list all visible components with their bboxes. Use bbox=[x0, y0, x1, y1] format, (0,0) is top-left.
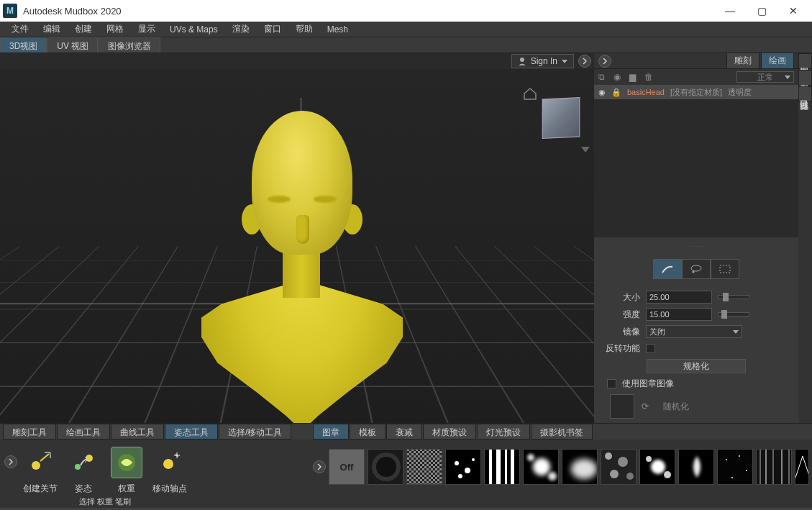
mode-lasso-button[interactable] bbox=[682, 259, 711, 279]
svg-point-2 bbox=[693, 271, 695, 273]
mirror-select[interactable]: 关闭 bbox=[646, 325, 742, 338]
viewport-header: Sign In bbox=[0, 53, 594, 69]
sidetab-objects[interactable]: 对象列表 bbox=[798, 70, 812, 86]
svg-point-16 bbox=[455, 461, 459, 465]
head-model[interactable] bbox=[209, 111, 396, 423]
folder-icon[interactable]: ▆ bbox=[629, 72, 636, 82]
stamp-item[interactable] bbox=[484, 449, 520, 485]
stamp-item[interactable] bbox=[639, 449, 675, 485]
stamp-item[interactable] bbox=[368, 449, 403, 485]
stamp-thumbnail[interactable] bbox=[610, 394, 634, 419]
use-stamp-label: 使用图章图像 bbox=[622, 378, 674, 390]
menu-mesh[interactable]: 网格 bbox=[99, 22, 131, 37]
tab-light-presets[interactable]: 灯光预设 bbox=[477, 424, 530, 440]
stamp-item[interactable] bbox=[717, 449, 753, 485]
expand-button[interactable] bbox=[578, 55, 591, 68]
minimize-button[interactable]: ― bbox=[714, 0, 746, 22]
stamp-item[interactable] bbox=[756, 449, 792, 485]
trash-icon[interactable]: 🗑 bbox=[644, 72, 653, 82]
tray-expand-button[interactable] bbox=[4, 455, 17, 468]
menubar: 文件 编辑 创建 网格 显示 UVs & Maps 渲染 窗口 帮助 Mesh bbox=[0, 22, 812, 37]
menu-mesh2[interactable]: Mesh bbox=[320, 23, 355, 36]
tab-select-tools[interactable]: 选择/移动工具 bbox=[219, 424, 291, 440]
tool-weight[interactable]: 权重 bbox=[106, 444, 147, 494]
tool-pose[interactable]: 姿态 bbox=[63, 444, 104, 494]
viewcube-menu[interactable] bbox=[581, 147, 590, 152]
mode-brush-button[interactable] bbox=[653, 259, 682, 279]
stamp-item[interactable] bbox=[523, 449, 559, 485]
sidetab-layers[interactable]: 图层 bbox=[798, 53, 812, 69]
signin-button[interactable]: Sign In bbox=[511, 54, 574, 68]
tab-sculpt-tools[interactable]: 雕刻工具 bbox=[3, 424, 56, 440]
strength-slider[interactable] bbox=[718, 312, 749, 317]
svg-rect-48 bbox=[765, 449, 767, 485]
tab-material-presets[interactable]: 材质预设 bbox=[423, 424, 476, 440]
viewcube[interactable] bbox=[542, 97, 580, 139]
view-tabs: 3D视图 UV 视图 图像浏览器 bbox=[0, 37, 812, 53]
menu-uvs[interactable]: UVs & Maps bbox=[163, 23, 225, 36]
svg-point-1 bbox=[691, 265, 701, 271]
tool-label: 权重 bbox=[118, 483, 135, 494]
normalize-button[interactable]: 规格化 bbox=[647, 359, 746, 373]
svg-point-38 bbox=[646, 456, 652, 462]
chevron-down-icon bbox=[785, 76, 790, 79]
tab-camera-bookmarks[interactable]: 摄影机书签 bbox=[531, 424, 593, 440]
eye-icon[interactable]: ◉ bbox=[613, 72, 621, 82]
tab-stamps[interactable]: 图章 bbox=[313, 424, 349, 440]
tab-stencils[interactable]: 模板 bbox=[350, 424, 386, 440]
refresh-icon[interactable]: ⟳ bbox=[642, 401, 649, 411]
tab-curve-tools[interactable]: 曲线工具 bbox=[111, 424, 164, 440]
stamp-item[interactable] bbox=[795, 449, 809, 485]
mode-rect-button[interactable] bbox=[711, 259, 739, 279]
layer-object: basicHead bbox=[627, 88, 665, 96]
layers-icon[interactable]: ⧉ bbox=[598, 72, 605, 82]
layer-list[interactable] bbox=[594, 99, 798, 243]
blend-mode-select[interactable]: 正常 bbox=[736, 71, 794, 83]
svg-rect-49 bbox=[772, 449, 774, 485]
tab-sculpt-layers[interactable]: 雕刻 bbox=[726, 53, 759, 69]
tab-paint-tools[interactable]: 绘画工具 bbox=[57, 424, 110, 440]
menu-file[interactable]: 文件 bbox=[4, 22, 36, 37]
menu-window[interactable]: 窗口 bbox=[257, 22, 288, 37]
tab-imagebrowser[interactable]: 图像浏览器 bbox=[99, 37, 160, 53]
3d-viewport[interactable] bbox=[0, 69, 594, 423]
app-title: Autodesk Mudbox 2020 bbox=[23, 6, 714, 17]
tab-falloff[interactable]: 衰减 bbox=[386, 424, 422, 440]
stamp-expand-button[interactable] bbox=[313, 460, 326, 473]
layer-material: [没有指定材质] bbox=[670, 87, 722, 98]
layer-row[interactable]: ◉ 🔒 basicHead [没有指定材质] 透明度 bbox=[594, 85, 798, 99]
stamp-off[interactable]: Off bbox=[329, 449, 365, 485]
use-stamp-checkbox[interactable] bbox=[607, 379, 616, 388]
right-expand-button[interactable] bbox=[598, 55, 611, 68]
menu-help[interactable]: 帮助 bbox=[288, 22, 320, 37]
tab-3dview[interactable]: 3D视图 bbox=[0, 37, 47, 53]
menu-create[interactable]: 创建 bbox=[68, 22, 99, 37]
sidetab-viewport-filters[interactable]: 视口过滤器 bbox=[798, 86, 812, 102]
menu-display[interactable]: 显示 bbox=[131, 22, 163, 37]
close-button[interactable]: ✕ bbox=[777, 0, 809, 22]
lock-icon[interactable]: 🔒 bbox=[611, 88, 621, 97]
tool-create-joint[interactable]: 创建关节 bbox=[20, 444, 60, 494]
stamp-item[interactable] bbox=[601, 449, 637, 485]
size-slider[interactable] bbox=[718, 295, 749, 299]
tab-paint-layers[interactable]: 绘画 bbox=[761, 53, 794, 69]
tab-uvview[interactable]: UV 视图 bbox=[47, 37, 98, 53]
strength-input[interactable] bbox=[646, 308, 712, 321]
svg-point-32 bbox=[605, 452, 612, 460]
menu-render[interactable]: 渲染 bbox=[225, 22, 257, 37]
tab-pose-tools[interactable]: 姿态工具 bbox=[165, 424, 218, 440]
stamp-item[interactable] bbox=[562, 449, 598, 485]
eye-icon[interactable]: ◉ bbox=[598, 88, 606, 97]
joint-icon bbox=[27, 450, 53, 475]
stamp-item[interactable] bbox=[678, 449, 714, 485]
invert-checkbox[interactable] bbox=[646, 344, 655, 353]
size-input[interactable] bbox=[646, 291, 712, 304]
tool-move-pivot[interactable]: 移动轴点 bbox=[150, 444, 190, 494]
svg-rect-50 bbox=[781, 449, 783, 485]
home-icon[interactable] bbox=[522, 86, 538, 101]
menu-edit[interactable]: 编辑 bbox=[36, 22, 68, 37]
panel-resize-handle[interactable]: ······ bbox=[594, 243, 798, 249]
stamp-item[interactable] bbox=[406, 449, 442, 485]
maximize-button[interactable]: ▢ bbox=[746, 0, 777, 22]
stamp-item[interactable] bbox=[445, 449, 481, 485]
